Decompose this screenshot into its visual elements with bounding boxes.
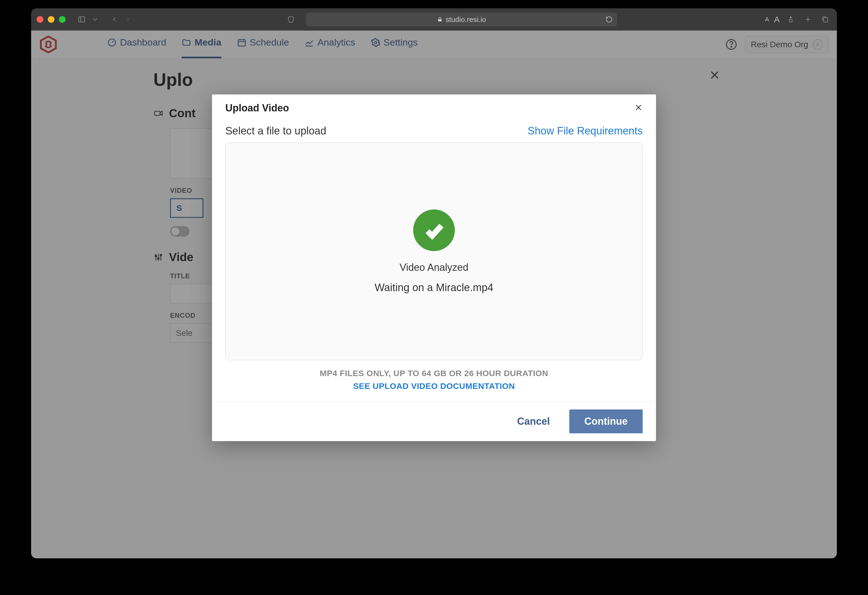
documentation-link[interactable]: SEE UPLOAD VIDEO DOCUMENTATION [225,381,643,391]
file-hint-text: MP4 FILES ONLY, UP TO 64 GB OR 26 HOUR D… [225,369,643,378]
continue-button[interactable]: Continue [569,409,643,433]
cancel-button[interactable]: Cancel [509,410,558,432]
close-icon [634,103,643,112]
text-size-large[interactable]: A [774,15,779,24]
url-text: studio.resi.io [446,15,486,24]
close-window-button[interactable] [37,16,43,23]
tabs-icon[interactable] [819,14,831,25]
lock-icon [437,16,443,22]
chevron-down-icon[interactable] [89,14,101,25]
svg-rect-2 [438,19,441,21]
traffic-lights [37,16,66,23]
text-size-small[interactable]: A [765,16,769,23]
svg-rect-5 [824,18,828,22]
forward-button[interactable] [122,14,134,25]
show-requirements-link[interactable]: Show File Requirements [528,125,643,137]
upload-video-modal: Upload Video Select a file to upload Sho… [212,94,656,441]
modal-title: Upload Video [225,102,289,114]
address-bar[interactable]: studio.resi.io [306,12,617,27]
share-icon[interactable] [785,14,797,25]
browser-window: studio.resi.io A A [31,8,837,558]
reload-icon[interactable] [605,16,613,23]
minimize-window-button[interactable] [48,16,55,23]
svg-rect-0 [79,17,85,22]
sidebar-toggle-icon[interactable] [75,14,88,25]
titlebar: studio.resi.io A A [31,8,837,31]
upload-status-text: Video Analyzed [400,262,468,273]
privacy-shield-icon[interactable] [285,14,297,25]
app-content: Dashboard Media Schedule Analytics Setti… [31,31,837,558]
modal-close-button[interactable] [634,103,643,113]
uploaded-filename: Waiting on a Miracle.mp4 [375,282,493,294]
new-tab-icon[interactable] [802,14,814,25]
back-button[interactable] [108,14,121,25]
success-check-icon [413,210,455,251]
select-file-label: Select a file to upload [225,125,326,137]
maximize-window-button[interactable] [59,16,66,23]
file-dropzone[interactable]: Video Analyzed Waiting on a Miracle.mp4 [225,143,643,360]
